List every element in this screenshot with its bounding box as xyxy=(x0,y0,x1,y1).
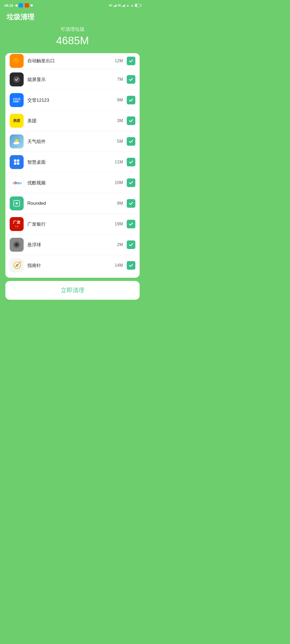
svg-text:🧭: 🧭 xyxy=(13,261,21,269)
check-icon xyxy=(128,139,134,144)
dot-icon xyxy=(31,4,33,6)
network-4g-2: 4G xyxy=(118,4,121,7)
weather-svg xyxy=(12,137,21,146)
app-icon-2 xyxy=(25,3,29,8)
app-name-youku: 优酷视频 xyxy=(27,180,115,186)
app-icon-screen-off xyxy=(10,72,24,86)
app-size-compass: 14M xyxy=(115,263,123,268)
app-icon-rounded xyxy=(10,196,24,210)
app-icon-meituan: 美团 xyxy=(10,114,24,128)
list-item[interactable]: 美团 美团 3M xyxy=(5,111,140,131)
list-item[interactable]: 12123 全国统一 交管12123 9M xyxy=(5,90,140,111)
float-svg xyxy=(12,240,21,249)
wifi-icon-2: ▲ xyxy=(130,3,134,7)
check-icon xyxy=(128,263,134,268)
svg-rect-6 xyxy=(14,162,16,165)
app-name-weather: 天气组件 xyxy=(27,138,117,145)
status-bar: 08:16 ◀ 4G 4G ▲ ▲ xyxy=(0,0,145,10)
checkbox-rounded[interactable] xyxy=(127,199,135,208)
checkbox-desktop[interactable] xyxy=(127,158,135,166)
list-item[interactable]: 熄屏显示 7M xyxy=(5,69,140,90)
list-item[interactable]: Rounded 9M xyxy=(5,193,140,214)
bottom-bar: 立即清理 xyxy=(5,281,140,300)
checkbox-meituan[interactable] xyxy=(127,116,135,125)
checkbox-youku[interactable] xyxy=(127,178,135,187)
app-size-bank: 19M xyxy=(115,222,123,226)
checkbox-weather[interactable] xyxy=(127,137,135,146)
desktop-svg xyxy=(13,158,21,166)
page-title: 垃圾清理 xyxy=(6,12,139,22)
app-size-weather: 5M xyxy=(117,139,123,144)
signal-bars-1 xyxy=(114,4,117,7)
svg-text:广发: 广发 xyxy=(13,220,20,224)
youku-svg: YOUKU xyxy=(12,179,21,186)
app-icon-bank: 广发 7.0 xyxy=(10,217,24,231)
svg-rect-4 xyxy=(14,159,16,162)
check-icon xyxy=(128,242,134,247)
check-icon xyxy=(128,97,134,103)
checkbox-jiaoguan[interactable] xyxy=(127,96,135,104)
app-size-desktop: 11M xyxy=(115,160,123,164)
check-icon xyxy=(128,77,134,82)
status-right: 4G 4G ▲ ▲ xyxy=(109,3,141,7)
checkbox-compass[interactable] xyxy=(127,261,135,270)
list-item[interactable]: 🔶 自动触发出口 12M xyxy=(5,53,140,69)
app-icon-float xyxy=(10,238,24,252)
app-size-youku: 10M xyxy=(115,180,123,185)
battery-fill xyxy=(135,4,137,6)
time-display: 08:16 xyxy=(4,3,13,8)
app-size-screen-off: 7M xyxy=(117,77,123,82)
header: 垃圾清理 xyxy=(0,10,145,22)
check-icon xyxy=(128,180,134,185)
app-size-float: 2M xyxy=(117,242,123,247)
list-item[interactable]: 🧭 指南针 14M xyxy=(5,255,140,276)
compass-svg: 🧭 xyxy=(12,261,21,270)
checkbox-float[interactable] xyxy=(127,240,135,249)
svg-point-3 xyxy=(13,142,17,144)
subtitle-label: 可清理垃圾 xyxy=(0,26,145,32)
app-size-partial: 12M xyxy=(115,58,123,63)
location-icon: ◀ xyxy=(15,3,17,7)
signal-bars-2 xyxy=(122,4,125,7)
svg-rect-7 xyxy=(17,162,19,165)
app-name-desktop: 智慧桌面 xyxy=(27,159,115,165)
list-item[interactable]: 广发 7.0 广发银行 19M xyxy=(5,214,140,235)
app-name-compass: 指南针 xyxy=(27,262,115,269)
app-name-bank: 广发银行 xyxy=(27,221,115,227)
checkbox-partial[interactable] xyxy=(127,57,135,65)
check-icon xyxy=(128,58,134,64)
app-icon-top: 🔶 xyxy=(10,54,24,68)
check-icon xyxy=(128,118,134,123)
checkbox-screen-off[interactable] xyxy=(127,75,135,84)
app-icon-1 xyxy=(19,3,23,8)
svg-point-18 xyxy=(16,244,17,245)
app-name-screen-off: 熄屏显示 xyxy=(27,76,117,83)
network-4g-1: 4G xyxy=(109,4,113,7)
app-name-partial: 自动触发出口 xyxy=(27,58,115,64)
clean-button[interactable]: 立即清理 xyxy=(11,286,134,294)
app-name-jiaoguan: 交管12123 xyxy=(27,97,117,103)
check-icon xyxy=(128,201,134,206)
list-item[interactable]: 悬浮球 2M xyxy=(5,235,140,255)
rounded-svg xyxy=(12,199,21,208)
list-item[interactable]: YOUKU 优酷视频 10M xyxy=(5,173,140,193)
list-item[interactable]: 智慧桌面 11M xyxy=(5,152,140,173)
app-icon-desktop xyxy=(10,155,24,169)
app-icon-jiaoguan: 12123 全国统一 xyxy=(10,93,24,107)
checkbox-bank[interactable] xyxy=(127,220,135,228)
bank-svg: 广发 7.0 xyxy=(10,217,24,231)
app-size-jiaoguan: 9M xyxy=(117,98,123,103)
status-left: 08:16 ◀ xyxy=(4,3,33,8)
app-name-float: 悬浮球 xyxy=(27,242,117,248)
subtitle-section: 可清理垃圾 4685M xyxy=(0,22,145,49)
check-icon xyxy=(128,221,134,227)
svg-point-11 xyxy=(16,202,18,204)
app-icon-youku: YOUKU xyxy=(10,176,24,190)
list-item[interactable]: 天气组件 5M xyxy=(5,131,140,152)
app-name-meituan: 美团 xyxy=(27,118,117,124)
app-icon-compass: 🧭 xyxy=(10,258,24,272)
app-name-rounded: Rounded xyxy=(27,201,117,206)
svg-rect-5 xyxy=(17,159,19,162)
battery-indicator xyxy=(135,4,141,7)
screen-off-svg xyxy=(13,75,21,83)
